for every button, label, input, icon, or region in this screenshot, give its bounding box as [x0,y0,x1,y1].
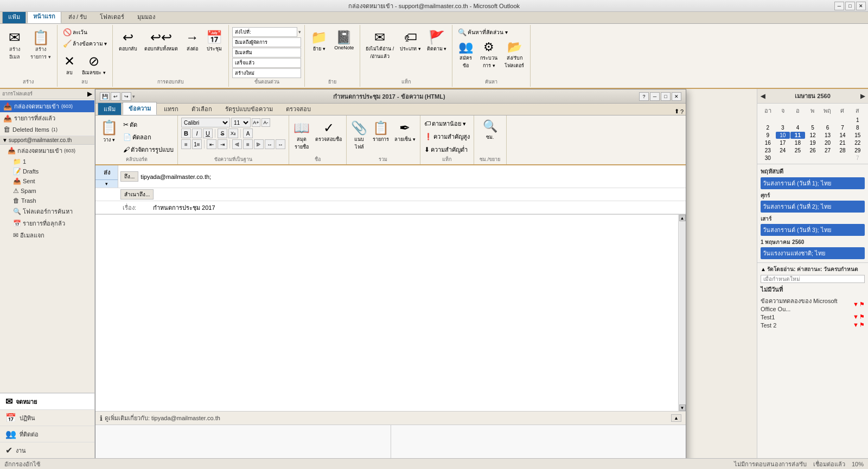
task-flag-2[interactable]: ⚑ [859,313,865,320]
bullet-list-btn[interactable]: ≡ [181,139,191,149]
cal-day[interactable] [835,155,850,162]
cal-day[interactable] [776,155,790,162]
subject-field[interactable] [153,204,686,211]
cal-day[interactable]: 1 [850,117,865,124]
cal-day[interactable] [806,155,820,162]
compose-close-btn[interactable]: ✕ [672,92,681,101]
sidebar-item-deleted[interactable]: 🗑 Deleted Items (1) [0,124,94,134]
move-button[interactable]: 📁 ย้าย ▾ [308,28,330,54]
compose-cut-btn[interactable]: ✂ตัด [122,119,175,131]
folder-item-calendar[interactable]: 📅 รายการที่อลุกล้ว [0,217,94,229]
junk-button[interactable]: ⊘ อีเมลขยะ ▾ [79,52,108,78]
compose-scrollbar[interactable]: ▲ ▼ [678,215,686,411]
cal-day[interactable] [790,117,805,124]
cal-day-today[interactable]: 10 [776,132,790,139]
nav-mail[interactable]: ✉ จดหมาย [0,393,94,409]
followup-button[interactable]: 🚩 ติดตาม ▾ [425,28,449,54]
compose-tab-format[interactable]: รัดรูปแบบข้อความ [219,102,279,115]
cal-day[interactable] [776,117,790,124]
close-button[interactable]: ✕ [856,2,866,10]
folder-item-sent[interactable]: 📤 Sent [0,176,94,186]
cal-day[interactable]: 16 [761,139,775,146]
account-item[interactable]: ▼ support@mailmaster.co.th [2,137,92,143]
new-items-button[interactable]: 📋 สร้างรายการ ▾ [28,28,54,63]
cal-day[interactable]: 22 [850,139,865,146]
compose-max-btn[interactable]: □ [661,92,671,101]
task-flag-1[interactable]: ⚑ [859,301,865,308]
address-book-btn[interactable]: 📖 สมุดรายชื่อ [291,119,312,156]
signature-btn[interactable]: ✒ ลายเซ็น ▾ [392,119,418,156]
cal-day[interactable]: 12 [806,132,820,139]
scroll-down-btn[interactable]: ▼ [679,404,686,411]
new-email-button[interactable]: ✉ สร้างอีเมล [3,28,26,63]
cal-day[interactable]: 25 [790,147,805,154]
compose-min-btn[interactable]: ─ [650,92,660,101]
cal-day[interactable]: 19 [806,139,820,146]
cal-day[interactable]: 9 [761,132,775,139]
cal-day[interactable]: 21 [835,139,850,146]
compose-save-btn[interactable]: 💾 [100,92,110,101]
rtl-btn[interactable]: ↔ [265,139,275,149]
compose-undo-btn[interactable]: ↩ [111,92,120,101]
cal-day[interactable]: 13 [820,132,835,139]
meeting-button[interactable]: 📅 ประชุม [203,28,225,54]
categorize-button[interactable]: 🏷 ประเภท ▾ [398,28,423,54]
high-importance-btn[interactable]: ❗ความสำคัญสูง [423,131,471,143]
cal-day[interactable]: 7 [850,155,865,162]
clear-button[interactable]: 🧹ล้างข้อความ ▾ [61,38,110,49]
folder-item-search[interactable]: 🔍 โฟลเดอร์การค้นหา [0,205,94,217]
scroll-up-btn[interactable]: ▲ [679,215,686,221]
cal-day[interactable]: 17 [776,139,790,146]
cal-day[interactable]: 24 [776,147,790,154]
send-options-button[interactable]: ▾ [95,180,118,188]
unread-button[interactable]: ✉ ยังไม่ได้อ่าน //อ่านแล้ว [363,28,396,62]
cal-day[interactable]: 23 [761,147,775,154]
task-delete-1[interactable]: ▼ [853,301,859,308]
search-people-button[interactable]: 👥 สมัครข้อ [456,38,476,71]
manage-rules-button[interactable]: ⚙ กระบวนการ ▾ [477,38,500,71]
cal-next-btn[interactable]: ▶ [860,93,865,100]
task-flag-3[interactable]: ⚑ [859,322,865,329]
folder-item-drafts[interactable]: 📝 Drafts [0,166,94,176]
cal-day[interactable] [820,117,835,124]
align-left-btn[interactable]: ⫷ [232,139,242,149]
align-center-btn[interactable]: ≡ [243,139,253,149]
underline-btn[interactable]: U [203,129,213,138]
to-button[interactable]: ถึง... [120,171,138,182]
delete-btn-large[interactable]: ✕ ลบ [61,52,78,78]
folder-item-spam[interactable]: ⚠ Spam [0,186,94,196]
follow-up-btn[interactable]: 🏷ตามหาน้อย ▾ [423,118,471,130]
compose-qa-expand[interactable]: ▾ [132,94,135,99]
reply-all-button[interactable]: ↩↩ ตอบกลับทั้งหมด [142,28,181,54]
low-importance-btn[interactable]: ⬇ความสำคัญต่ำ [423,144,471,156]
compose-tab-options[interactable]: ตัวเลือก [186,102,218,115]
cal-day[interactable]: 27 [820,147,835,154]
cal-day[interactable]: 5 [806,124,820,131]
sidebar-item-inbox[interactable]: 📥 กล่องจดหมายเข้า (603) [0,100,94,112]
increase-indent-btn[interactable]: ⇥ [218,139,227,149]
bold-btn[interactable]: B [181,129,191,138]
cal-prev-btn[interactable]: ◀ [761,93,765,100]
done-button[interactable]: เสร็จแล้ว [232,58,301,68]
font-color-btn[interactable]: A [243,129,253,138]
cal-day[interactable]: 18 [790,139,805,146]
cc-button[interactable]: สำเนาถึง... [120,189,154,200]
zoom-btn[interactable]: 🔍 ซม. [480,118,500,143]
compose-help-btn[interactable]: ? [639,92,649,101]
ltr-btn[interactable]: ↔ [276,139,285,149]
cal-day-today-actual[interactable]: 11 [790,132,805,139]
align-right-btn[interactable]: ⫸ [254,139,264,149]
nav-contacts[interactable]: 👥 ที่ติดต่อ [0,426,94,442]
compose-copy-btn[interactable]: 📄คัดลอก [122,131,175,143]
attach-item-btn[interactable]: 📋 รายการ [371,119,391,156]
cal-day[interactable]: 4 [790,124,805,131]
cal-day[interactable]: 20 [820,139,835,146]
task-delete-2[interactable]: ▼ [853,313,859,320]
compose-expand-icon[interactable]: ⬆ [674,108,679,115]
cal-day[interactable]: 6 [820,124,835,131]
cal-day[interactable]: 15 [850,132,865,139]
maximize-button[interactable]: □ [845,2,855,10]
cal-day[interactable] [761,117,775,124]
send-to-input[interactable]: ส่งไปที่: [232,27,297,37]
cal-day[interactable]: 26 [806,147,820,154]
